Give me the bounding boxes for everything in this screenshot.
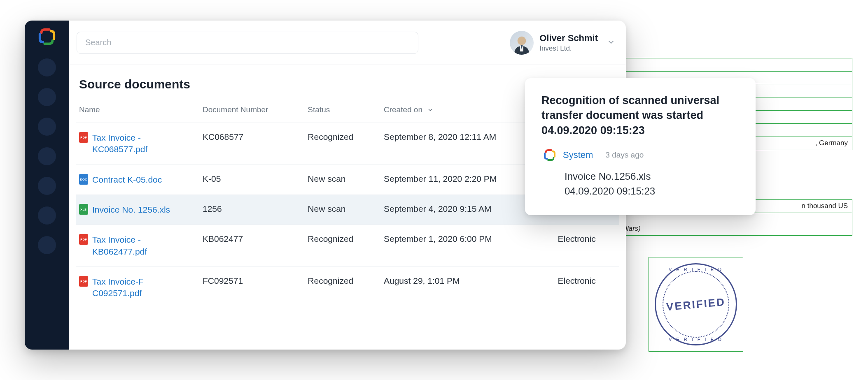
cell-created-on: August 29, 1:01 PM [380, 267, 555, 308]
sidebar-nav-item-5[interactable] [38, 177, 56, 195]
col-created-on-label: Created on [384, 105, 422, 114]
cell-status: Recognized [304, 267, 380, 308]
document-link[interactable]: Tax Invoice - KB062477.pdf [92, 234, 187, 257]
sidebar-nav-item-7[interactable] [38, 236, 56, 254]
toast-line2: 04.09.2020 09:15:23 [565, 184, 739, 199]
toast-age: 3 days ago [605, 151, 644, 160]
cell-name: DOCContract K-05.doc [76, 165, 199, 195]
file-pdf-icon: PDF [79, 132, 88, 143]
cell-status: Recognized [304, 123, 380, 165]
chevron-down-icon [428, 107, 433, 114]
file-pdf-icon: PDF [79, 234, 88, 245]
cell-name: PDFTax Invoice-F C092571.pdf [76, 267, 199, 308]
sidebar-nav-item-4[interactable] [38, 147, 56, 165]
table-row[interactable]: PDFTax Invoice-F C092571.pdfFC092571Reco… [76, 267, 619, 308]
document-link[interactable]: Invoice No. 1256.xls [92, 204, 170, 215]
sidebar-nav-item-3[interactable] [38, 118, 56, 136]
cell-created-on: September 1, 2020 6:00 PM [380, 225, 555, 267]
file-pdf-icon: PDF [79, 276, 88, 287]
sidebar-nav-item-2[interactable] [38, 88, 56, 106]
cell-status: New scan [304, 165, 380, 195]
cell-doc-number: FC092571 [199, 267, 304, 308]
cell-doc-number: 1256 [199, 195, 304, 225]
cell-type: Electronic [555, 267, 619, 308]
document-link[interactable]: Contract K-05.doc [92, 174, 162, 185]
chevron-down-icon [608, 39, 614, 47]
search-container [77, 32, 418, 54]
cell-name: PDFTax Invoice - KB062477.pdf [76, 225, 199, 267]
col-doc-number[interactable]: Document Number [199, 100, 304, 123]
svg-point-0 [518, 36, 526, 45]
verified-stamp: V E R I F I E D VERIFIED V E R I F I E D [649, 257, 743, 352]
document-link[interactable]: Tax Invoice-F C092571.pdf [92, 276, 187, 299]
user-menu[interactable]: Oliver Schmit Invest Ltd. [510, 31, 614, 55]
sidebar-nav-item-6[interactable] [38, 206, 56, 225]
search-input[interactable] [77, 32, 418, 54]
table-row[interactable]: PDFTax Invoice - KB062477.pdfKB062477Rec… [76, 225, 619, 267]
sidebar [25, 21, 69, 350]
user-name: Oliver Schmit [539, 33, 598, 44]
cell-status: New scan [304, 195, 380, 225]
system-logo-icon [543, 148, 556, 162]
topbar: Oliver Schmit Invest Ltd. [69, 21, 626, 65]
cell-name: PDFTax Invoice - KC068577.pdf [76, 123, 199, 165]
user-company: Invest Ltd. [539, 44, 598, 53]
cell-type: Electronic [555, 225, 619, 267]
cell-doc-number: KB062477 [199, 225, 304, 267]
col-name[interactable]: Name [76, 100, 199, 123]
avatar [510, 31, 534, 55]
document-link[interactable]: Tax Invoice - KC068577.pdf [92, 132, 187, 155]
cell-doc-number: K-05 [199, 165, 304, 195]
notification-toast: Recognition of scanned universal transfe… [525, 78, 756, 215]
file-xls-icon: XLS [79, 204, 88, 215]
toast-title: Recognition of scanned universal transfe… [541, 93, 739, 138]
toast-system-label: System [563, 150, 593, 160]
app-logo-icon [37, 26, 57, 47]
cell-doc-number: KC068577 [199, 123, 304, 165]
cell-status: Recognized [304, 225, 380, 267]
toast-line1: Invoice No.1256.xls [565, 169, 739, 184]
sidebar-nav-item-1[interactable] [38, 58, 56, 76]
col-status[interactable]: Status [304, 100, 380, 123]
file-doc-icon: DOC [79, 174, 88, 185]
cell-name: XLSInvoice No. 1256.xls [76, 195, 199, 225]
